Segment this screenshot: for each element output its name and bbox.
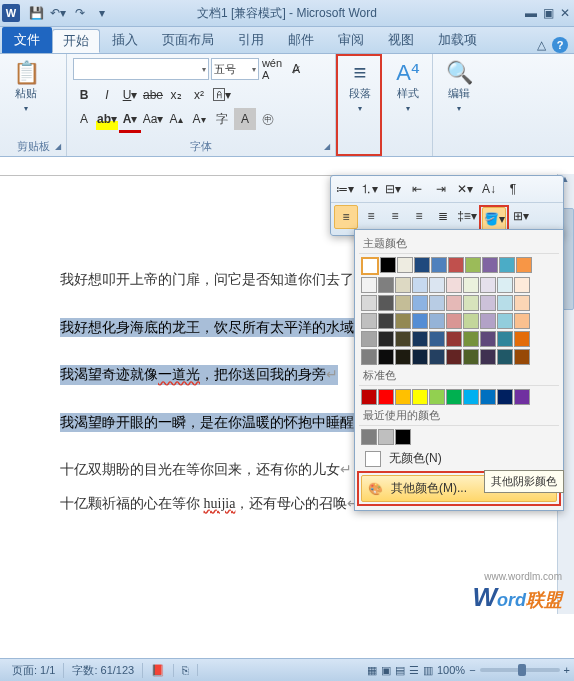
color-swatch[interactable]: [395, 389, 411, 405]
tab-addins[interactable]: 加载项: [426, 27, 489, 53]
borders-button[interactable]: ⊞▾: [510, 205, 532, 227]
color-swatch[interactable]: [429, 277, 445, 293]
color-swatch[interactable]: [497, 277, 513, 293]
color-swatch[interactable]: [482, 257, 498, 273]
color-swatch[interactable]: [446, 277, 462, 293]
color-swatch[interactable]: [463, 295, 479, 311]
clipboard-launcher[interactable]: ◢: [52, 142, 64, 154]
color-swatch[interactable]: [395, 295, 411, 311]
color-swatch[interactable]: [361, 349, 377, 365]
char-shading-button[interactable]: Aa▾: [142, 108, 164, 130]
help-icon[interactable]: ?: [552, 37, 568, 53]
align-left-button[interactable]: ≡: [360, 205, 382, 227]
color-swatch[interactable]: [448, 257, 464, 273]
color-swatch[interactable]: [514, 349, 530, 365]
qat-undo[interactable]: ↶▾: [48, 3, 68, 23]
qat-customize[interactable]: ▾: [92, 3, 112, 23]
view-draft-button[interactable]: ▥: [423, 664, 433, 677]
color-swatch[interactable]: [514, 313, 530, 329]
font-launcher[interactable]: ◢: [321, 142, 333, 154]
shading-button[interactable]: 🪣▾: [482, 207, 506, 231]
bullets-button[interactable]: ≔▾: [334, 178, 356, 200]
close-button[interactable]: ✕: [560, 6, 570, 20]
color-swatch[interactable]: [497, 295, 513, 311]
char-border-button[interactable]: A: [73, 108, 95, 130]
color-swatch[interactable]: [497, 389, 513, 405]
color-swatch[interactable]: [429, 389, 445, 405]
qat-save[interactable]: 💾: [26, 3, 46, 23]
font-color-button[interactable]: A▾: [119, 108, 141, 133]
color-swatch[interactable]: [431, 257, 447, 273]
tab-mailings[interactable]: 邮件: [276, 27, 326, 53]
color-swatch[interactable]: [361, 331, 377, 347]
color-swatch[interactable]: [446, 389, 462, 405]
align-justify-button[interactable]: ≡: [334, 205, 358, 229]
color-swatch[interactable]: [361, 257, 379, 275]
text-line-selected[interactable]: 我好想化身海底的龙王，饮尽所有太平洋的水域↵: [60, 318, 366, 338]
enclose-char-button[interactable]: A: [234, 108, 256, 130]
styles-button[interactable]: A⁴ 样式▾: [388, 58, 428, 113]
circled-char-button[interactable]: ㊥: [257, 108, 279, 130]
align-right-button[interactable]: ≡: [408, 205, 430, 227]
text-line-selected[interactable]: 我渴望奇迹就像一道光，把你送回我的身旁↵: [60, 365, 338, 385]
status-proofing-icon[interactable]: 📕: [143, 664, 174, 677]
color-swatch[interactable]: [412, 277, 428, 293]
tab-file[interactable]: 文件: [2, 27, 52, 53]
color-swatch[interactable]: [514, 295, 530, 311]
color-swatch[interactable]: [412, 349, 428, 365]
highlight-button[interactable]: ab▾: [96, 108, 118, 130]
view-outline-button[interactable]: ☰: [409, 664, 419, 677]
view-print-layout-button[interactable]: ▦: [367, 664, 377, 677]
tab-insert[interactable]: 插入: [100, 27, 150, 53]
bold-button[interactable]: B: [73, 84, 95, 106]
color-swatch[interactable]: [412, 389, 428, 405]
color-swatch[interactable]: [361, 389, 377, 405]
color-swatch[interactable]: [395, 429, 411, 445]
color-swatch[interactable]: [480, 349, 496, 365]
view-web-layout-button[interactable]: ▤: [395, 664, 405, 677]
color-swatch[interactable]: [480, 295, 496, 311]
color-swatch[interactable]: [514, 389, 530, 405]
color-swatch[interactable]: [463, 331, 479, 347]
color-swatch[interactable]: [480, 277, 496, 293]
status-words[interactable]: 字数: 61/123: [64, 663, 143, 678]
shrink-font-button[interactable]: A▾: [188, 108, 210, 130]
color-swatch[interactable]: [395, 277, 411, 293]
color-swatch[interactable]: [463, 349, 479, 365]
color-swatch[interactable]: [499, 257, 515, 273]
color-swatch[interactable]: [414, 257, 430, 273]
color-swatch[interactable]: [378, 389, 394, 405]
zoom-level[interactable]: 100%: [437, 664, 465, 676]
zoom-in-button[interactable]: +: [564, 664, 570, 676]
color-swatch[interactable]: [446, 349, 462, 365]
color-swatch[interactable]: [361, 295, 377, 311]
color-swatch[interactable]: [378, 313, 394, 329]
subscript-button[interactable]: x₂: [165, 84, 187, 106]
color-swatch[interactable]: [480, 331, 496, 347]
color-swatch[interactable]: [497, 331, 513, 347]
multilevel-button[interactable]: ⊟▾: [382, 178, 404, 200]
tab-review[interactable]: 审阅: [326, 27, 376, 53]
font-size-combo[interactable]: 五号▾: [211, 58, 259, 80]
color-swatch[interactable]: [395, 313, 411, 329]
color-swatch[interactable]: [412, 313, 428, 329]
color-swatch[interactable]: [378, 295, 394, 311]
restore-button[interactable]: ▣: [543, 6, 554, 20]
color-swatch[interactable]: [361, 429, 377, 445]
tab-home[interactable]: 开始: [52, 29, 100, 53]
minimize-button[interactable]: ▬: [525, 6, 537, 20]
color-swatch[interactable]: [378, 277, 394, 293]
color-swatch[interactable]: [516, 257, 532, 273]
paste-button[interactable]: 📋 粘贴▾: [6, 58, 46, 113]
color-swatch[interactable]: [395, 331, 411, 347]
sort-button[interactable]: A↓: [478, 178, 500, 200]
underline-button[interactable]: U▾: [119, 84, 141, 106]
color-swatch[interactable]: [497, 313, 513, 329]
color-swatch[interactable]: [514, 277, 530, 293]
color-swatch[interactable]: [429, 349, 445, 365]
color-swatch[interactable]: [446, 331, 462, 347]
color-swatch[interactable]: [378, 429, 394, 445]
color-swatch[interactable]: [378, 349, 394, 365]
color-swatch[interactable]: [429, 331, 445, 347]
color-swatch[interactable]: [446, 295, 462, 311]
